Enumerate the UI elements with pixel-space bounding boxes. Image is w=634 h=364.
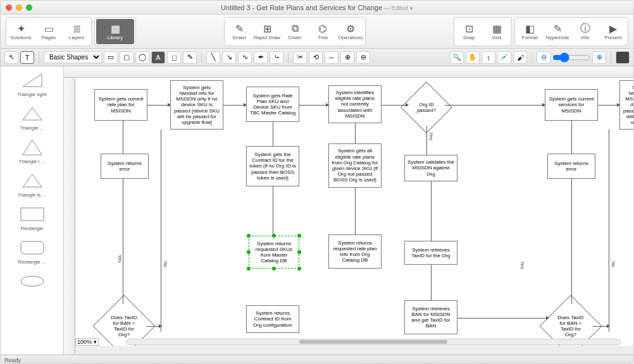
operations-button[interactable]: ⚙Operations bbox=[337, 19, 364, 44]
solutions-icon: ✦ bbox=[17, 22, 25, 35]
snap-button[interactable]: ⊡Snap bbox=[456, 19, 482, 44]
solutions-button[interactable]: ✦Solutions bbox=[8, 19, 34, 44]
node-n15[interactable]: System returns Contract ID from Org conf… bbox=[246, 305, 299, 333]
pen-tool[interactable]: ✒ bbox=[254, 51, 268, 64]
edge bbox=[457, 318, 549, 318]
paint-tool[interactable]: 🖌 bbox=[513, 51, 527, 64]
node-n11[interactable]: System returns error bbox=[547, 154, 595, 179]
close-button[interactable] bbox=[6, 4, 12, 11]
edge bbox=[161, 130, 161, 332]
edge-label-yes: Yes bbox=[519, 261, 525, 269]
scroll-tool[interactable]: ↕ bbox=[482, 51, 495, 64]
diagram[interactable]: System gets current rate plan for MSISDN… bbox=[75, 78, 633, 346]
node-n7[interactable]: System returns error bbox=[101, 154, 149, 179]
text-tool[interactable]: T bbox=[20, 51, 34, 64]
shapes-sidebar[interactable]: Triangle right Triangle ... Triangle i .… bbox=[1, 66, 64, 355]
smart-icon: ✎ bbox=[235, 22, 244, 35]
connector-tool[interactable]: ⤷ bbox=[270, 51, 283, 64]
zoom-out-button[interactable]: ⊖ bbox=[537, 51, 550, 64]
eyedropper-tool[interactable]: 💉 bbox=[497, 51, 511, 64]
toolbar-group-right: ◧Format ✎Hypernote ⓘInfo ▶Present bbox=[514, 17, 628, 46]
window-controls bbox=[6, 4, 32, 11]
scrollbar-thumb[interactable] bbox=[299, 340, 447, 344]
textbox-tool[interactable]: ⎕ bbox=[167, 51, 181, 64]
shape-ellipse[interactable] bbox=[3, 271, 61, 293]
hypernote-button[interactable]: ✎Hypernote bbox=[544, 19, 571, 44]
node-n13[interactable]: System returns requested rate plan info … bbox=[328, 234, 382, 269]
text-shape-tool[interactable]: A bbox=[151, 51, 165, 64]
main-toolbar: ✦Solutions ▭Pages ≣Layers ▦Library ✎Smar… bbox=[1, 15, 633, 49]
minimize-button[interactable] bbox=[16, 4, 22, 11]
line-tool[interactable]: ╲ bbox=[206, 51, 220, 64]
tree-icon: ⌬ bbox=[318, 22, 327, 35]
node-d3[interactable]: Does TaxID for BAN = TaxID for Org? bbox=[549, 304, 593, 346]
edge bbox=[355, 188, 356, 234]
node-n6[interactable]: System gets handset info for MSISDN only… bbox=[619, 80, 633, 130]
shape-triangle-1[interactable]: Triangle ... bbox=[3, 104, 61, 131]
zoom-select[interactable]: 100% ▾ bbox=[75, 338, 99, 346]
node-d1[interactable]: Org ID passed? bbox=[408, 89, 445, 126]
chain-button[interactable]: ⧉Chain bbox=[282, 19, 308, 44]
shape-category-select[interactable]: Basic Shapes bbox=[44, 51, 102, 63]
node-n1[interactable]: System gets current rate plan for MSISDN bbox=[94, 89, 147, 121]
present-button[interactable]: ▶Present bbox=[600, 19, 626, 44]
tree-button[interactable]: ⌬Tree bbox=[309, 19, 336, 44]
titlebar: Untitled 3 - Get Rate Plans and Services… bbox=[1, 1, 633, 15]
zoom-slider[interactable] bbox=[552, 52, 590, 63]
horizontal-scrollbar[interactable] bbox=[126, 339, 621, 345]
arrow-tool[interactable]: ↘ bbox=[222, 51, 236, 64]
curve-tool[interactable]: ∿ bbox=[238, 51, 252, 64]
note-tool[interactable]: ✎ bbox=[183, 51, 197, 64]
node-n10[interactable]: System validates the MSISDN against Org bbox=[404, 155, 457, 181]
node-n4[interactable]: System identifies eligible rate plans no… bbox=[328, 85, 382, 123]
shape-triangle-2[interactable]: Triangle i ... bbox=[3, 137, 61, 164]
zoom-in-button[interactable]: ⊕ bbox=[592, 51, 606, 64]
edit-tool-1[interactable]: ✂ bbox=[293, 51, 307, 64]
pages-button[interactable]: ▭Pages bbox=[35, 19, 62, 44]
rapid-draw-button[interactable]: ⊞Rapid Draw bbox=[254, 19, 280, 44]
edit-tool-3[interactable]: ↔ bbox=[325, 51, 339, 64]
maximize-button[interactable] bbox=[26, 4, 32, 11]
shape-triangle-3[interactable]: Triangle is ... bbox=[3, 171, 61, 198]
library-button[interactable]: ▦Library bbox=[96, 19, 134, 44]
edit-tool-4[interactable]: ⊕ bbox=[340, 51, 354, 64]
format-button[interactable]: ◧Format bbox=[516, 19, 543, 44]
layers-button[interactable]: ≣Layers bbox=[63, 19, 90, 44]
smart-button[interactable]: ✎Smart bbox=[226, 19, 252, 44]
edge bbox=[431, 265, 432, 300]
edge bbox=[147, 105, 170, 106]
ellipse-tool[interactable]: ◯ bbox=[135, 51, 149, 64]
ruler-vertical[interactable] bbox=[64, 78, 75, 355]
edit-tool-5[interactable]: ⊖ bbox=[356, 51, 370, 64]
node-n3[interactable]: System gets Rate Plan SKU and Device SKU… bbox=[246, 87, 299, 122]
edge bbox=[445, 105, 545, 106]
shape-triangle-right[interactable]: Triangle right bbox=[3, 70, 61, 97]
shape-rectangle-rounded[interactable]: Rectangle ... bbox=[3, 238, 61, 265]
node-d2[interactable]: Does TaxID for BAN = TaxID for Org? bbox=[102, 304, 146, 346]
rapid-draw-icon: ⊞ bbox=[263, 22, 271, 35]
canvas[interactable]: System gets current rate plan for MSISDN… bbox=[75, 78, 633, 346]
pan-tool[interactable]: ✋ bbox=[466, 51, 480, 64]
operations-icon: ⚙ bbox=[346, 22, 355, 35]
edge-label-yes: Yes bbox=[117, 255, 123, 263]
node-n16[interactable]: System retrieves BAN for MSISDN and get … bbox=[404, 300, 457, 334]
shape-rectangle[interactable]: Rectangle bbox=[3, 204, 61, 231]
node-n5[interactable]: System gets current services for MSISDN bbox=[545, 89, 598, 121]
edit-tool-2[interactable]: ⟲ bbox=[309, 51, 323, 64]
node-n9[interactable]: System gets all eligible rate plans from… bbox=[328, 143, 382, 188]
info-button[interactable]: ⓘInfo bbox=[572, 19, 599, 44]
grid-button[interactable]: ▦Grid bbox=[483, 19, 510, 44]
node-n12-selected[interactable]: System returns requested SKUs from Maste… bbox=[249, 236, 299, 269]
node-n14[interactable]: System retrieves TaxID for the Org bbox=[404, 241, 457, 265]
pointer-tool[interactable]: ↖ bbox=[4, 51, 18, 64]
status-bar: Ready bbox=[1, 355, 633, 364]
rounded-rect-tool[interactable]: ▢ bbox=[120, 51, 134, 64]
edge bbox=[431, 181, 432, 241]
node-n8[interactable]: System gets the Contract ID for the toke… bbox=[246, 146, 299, 186]
ruler-horizontal[interactable] bbox=[64, 66, 633, 78]
node-n2[interactable]: System gets handset info for MSISDN only… bbox=[170, 80, 223, 130]
edge bbox=[273, 122, 273, 146]
color-swatch[interactable] bbox=[616, 51, 630, 64]
rect-tool[interactable]: ▭ bbox=[104, 51, 118, 64]
zoom-tool[interactable]: 🔍 bbox=[450, 51, 464, 64]
